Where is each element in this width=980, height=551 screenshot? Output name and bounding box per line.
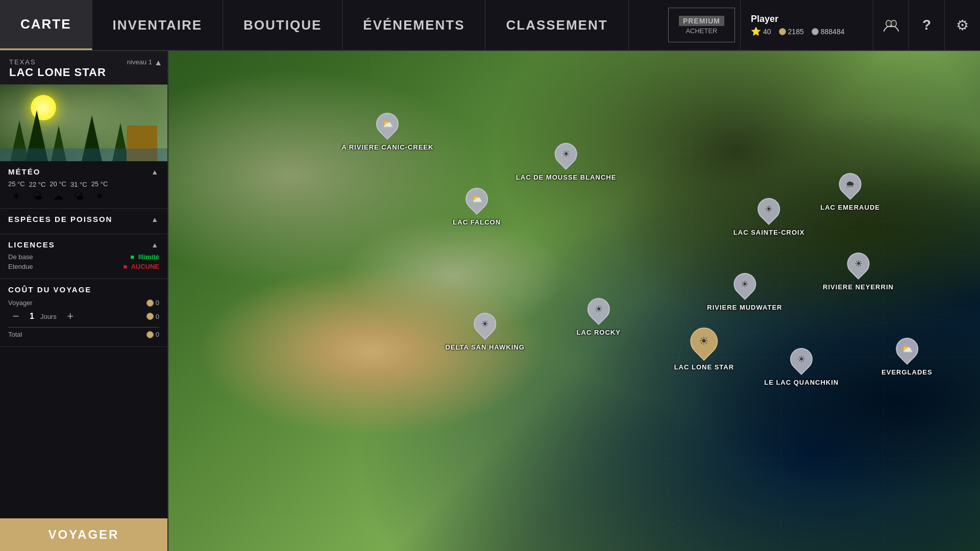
- map-pin-delta-san-hawking[interactable]: ☀ DELTA SAN HAWKING: [445, 313, 524, 351]
- travel-cost-section: COÛT DU VOYAGE Voyager 0 − 1 Jours +: [0, 279, 167, 347]
- weather-title: MÉTÉO: [8, 167, 40, 176]
- days-decrease-button[interactable]: −: [8, 309, 23, 324]
- days-control: − 1 Jours +: [8, 309, 78, 324]
- help-icon-button[interactable]: ?: [909, 0, 944, 51]
- top-nav: CARTE INVENTAIRE BOUTIQUE ÉVÉNEMENTS CLA…: [0, 0, 980, 51]
- travel-row-days: − 1 Jours + 0: [8, 309, 159, 324]
- map-pin-lac-de-mousse-blanche[interactable]: ☀ LAC DE MOUSSE BLANCHE: [516, 143, 617, 181]
- map-pins: ⛅ A RIVIERE CANIC-CREEK ☀ LAC DE MOUSSE …: [168, 51, 980, 551]
- travel-button[interactable]: VOYAGER: [0, 518, 167, 551]
- map-pin-everglades[interactable]: ⛅ EVERGLADES: [881, 338, 933, 376]
- travel-cost-title: COÛT DU VOYAGE: [8, 285, 159, 294]
- location-name: LAC LONE STAR: [9, 66, 158, 79]
- weather-item: 31 °C 🌤: [70, 181, 87, 202]
- player-section: Player ⭐ 40 2185 888484: [740, 0, 873, 50]
- tab-classement[interactable]: CLASSEMENT: [485, 0, 628, 50]
- location-image: [0, 85, 167, 161]
- map-pin-lac-falcon[interactable]: ⛅ LAC FALCON: [453, 188, 501, 226]
- map-pin-lac-lone-star[interactable]: ☀ LAC LONE STAR: [674, 328, 734, 371]
- sidebar: TEXAS LAC LONE STAR niveau 1 ▲ MÉTÉO ▲: [0, 51, 168, 551]
- expand-location-icon[interactable]: ▲: [154, 58, 162, 67]
- settings-icon-button[interactable]: ⚙: [944, 0, 980, 51]
- licenses-expand-icon[interactable]: ▲: [151, 241, 159, 249]
- svg-point-2: [886, 21, 891, 27]
- gear-icon: ⚙: [956, 17, 969, 34]
- map-pin-lac-emeraude[interactable]: 🌧 LAC EMERAUDE: [820, 173, 880, 211]
- weather-section: MÉTÉO ▲ 25 °C ☀ 22 °C 🌤 20 °C ☁ 31 °C 🌤 …: [0, 161, 167, 209]
- travel-row-voyager: Voyager 0: [8, 299, 159, 307]
- player-stars: ⭐ 40: [751, 27, 771, 36]
- days-increase-button[interactable]: +: [63, 309, 78, 324]
- question-icon: ?: [922, 17, 931, 33]
- days-label: Jours: [40, 313, 57, 320]
- weather-expand-icon[interactable]: ▲: [151, 168, 159, 176]
- map-pin-riviere-neyerrin[interactable]: ☀ RIVIERE NEYERRIN: [823, 253, 894, 291]
- travel-value: 0: [156, 299, 159, 307]
- nav-icons: ? ⚙: [873, 0, 980, 50]
- total-value: 0: [156, 331, 159, 338]
- weather-item: 25 °C ☀: [8, 180, 25, 202]
- main-content: TEXAS LAC LONE STAR niveau 1 ▲ MÉTÉO ▲: [0, 51, 980, 551]
- map-pin-riviere-mudwater[interactable]: ☀ RIVIERE MUDWATER: [707, 273, 782, 311]
- group-icon-button[interactable]: [873, 0, 909, 51]
- tab-carte[interactable]: CARTE: [0, 0, 92, 50]
- location-header: TEXAS LAC LONE STAR niveau 1 ▲: [0, 51, 167, 85]
- species-title: ESPÈCES DE POISSON: [8, 215, 112, 223]
- licenses-section: LICENCES ▲ De base ■ Illimité Etendue ■ …: [0, 234, 167, 279]
- species-section[interactable]: ESPÈCES DE POISSON ▲: [0, 209, 167, 234]
- total-label: Total: [8, 331, 22, 338]
- license-extended: Etendue ■ AUCUNE: [8, 263, 159, 270]
- license-extended-label: Etendue: [8, 263, 33, 270]
- license-basic-label: De base: [8, 253, 33, 261]
- species-expand-icon[interactable]: ▲: [151, 215, 159, 223]
- license-basic: De base ■ Illimité: [8, 253, 159, 261]
- weather-item: 22 °C 🌤: [29, 181, 46, 202]
- travel-row-total: Total 0: [8, 331, 159, 338]
- map-pin-le-lac-quanchkin[interactable]: ☀ LE LAC QUANCHKIN: [764, 348, 839, 386]
- travel-label: Voyager: [8, 299, 33, 307]
- license-extended-value: ■ AUCUNE: [123, 263, 159, 270]
- player-coins: 2185: [779, 27, 804, 36]
- player-silver: 888484: [812, 27, 845, 36]
- map-pin-riviere-canic-creek[interactable]: ⛅ A RIVIERE CANIC-CREEK: [341, 113, 433, 151]
- license-basic-value: ■ Illimité: [130, 253, 159, 261]
- tab-boutique[interactable]: BOUTIQUE: [223, 0, 342, 50]
- weather-item: 25 °C ☀: [91, 180, 108, 202]
- weather-grid: 25 °C ☀ 22 °C 🌤 20 °C ☁ 31 °C 🌤 25 °C ☀: [8, 180, 159, 202]
- svg-point-3: [891, 21, 896, 27]
- map-pin-lac-rocky[interactable]: ☀ LAC ROCKY: [577, 298, 621, 336]
- map-container: ⛅ A RIVIERE CANIC-CREEK ☀ LAC DE MOUSSE …: [168, 51, 980, 551]
- location-level: niveau 1: [127, 58, 152, 66]
- licenses-title: LICENCES: [8, 240, 55, 249]
- days-value: 1: [30, 312, 34, 321]
- map-pin-lac-sainte-croix[interactable]: ☀ LAC SAINTE-CROIX: [733, 198, 805, 236]
- tab-evenements[interactable]: ÉVÉNEMENTS: [342, 0, 485, 50]
- premium-button[interactable]: PREMIUM ACHETER: [668, 8, 735, 42]
- days-cost: 0: [156, 313, 159, 320]
- weather-item: 20 °C ☁: [50, 180, 66, 202]
- tab-inventaire[interactable]: INVENTAIRE: [92, 0, 224, 50]
